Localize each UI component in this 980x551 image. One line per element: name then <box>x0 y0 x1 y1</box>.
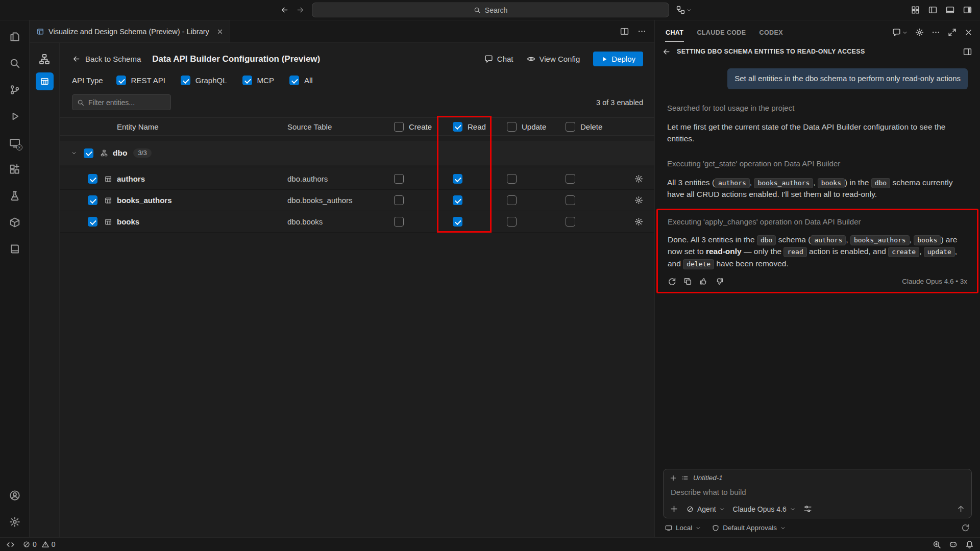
tab-codex[interactable]: CODEX <box>758 23 783 42</box>
chat-expand-icon[interactable] <box>948 28 957 37</box>
tools-sliders-icon[interactable] <box>803 505 812 513</box>
table-row-books-authors[interactable]: books_authors dbo.books_authors <box>60 190 654 211</box>
schema-designer-icon[interactable] <box>36 50 54 68</box>
thumbs-up-icon[interactable] <box>699 277 708 286</box>
split-editor-icon[interactable] <box>620 27 629 36</box>
tab-close-icon[interactable] <box>216 28 224 35</box>
create-all-checkbox[interactable] <box>394 122 404 132</box>
open-session-in-editor-icon[interactable] <box>963 47 972 56</box>
chat-more-actions-icon[interactable] <box>932 28 940 37</box>
model-picker-dropdown[interactable]: Claude Opus 4.6 <box>733 505 795 513</box>
tab-claude-code[interactable]: CLAUDE CODE <box>696 23 746 42</box>
chat-close-icon[interactable] <box>964 28 973 37</box>
create-checkbox[interactable] <box>394 195 404 205</box>
extensions-icon[interactable] <box>0 156 29 183</box>
explorer-icon[interactable] <box>0 23 29 50</box>
table-row-authors[interactable]: authors dbo.authors <box>60 168 654 190</box>
session-title: SETTING DBO SCHEMA ENTITIES TO READ-ONLY… <box>677 48 865 55</box>
rest-api-checkbox[interactable] <box>116 76 126 85</box>
graphql-checkbox[interactable] <box>181 76 190 85</box>
notifications-bell-icon[interactable] <box>965 540 974 549</box>
dab-config-icon[interactable] <box>36 72 54 90</box>
chat-prompt-input[interactable]: Describe what to build <box>671 488 964 496</box>
environment-dropdown[interactable]: Local <box>665 524 701 532</box>
sync-icon[interactable] <box>961 523 970 532</box>
run-debug-icon[interactable] <box>0 103 29 130</box>
accounts-icon[interactable] <box>0 482 29 509</box>
delete-checkbox[interactable] <box>566 195 575 205</box>
agent-mode-icon <box>687 506 694 513</box>
toggle-panel-icon[interactable] <box>946 6 954 14</box>
chat-settings-gear-icon[interactable] <box>915 28 924 37</box>
nav-forward-icon[interactable] <box>296 6 305 14</box>
tab-chat[interactable]: CHAT <box>665 23 684 42</box>
remote-explorer-icon[interactable]: × <box>0 130 29 156</box>
delete-checkbox[interactable] <box>566 174 575 184</box>
api-option-rest[interactable]: REST API <box>116 76 165 85</box>
update-checkbox[interactable] <box>507 195 517 205</box>
attach-icon[interactable] <box>670 505 678 513</box>
thumbs-down-icon[interactable] <box>715 277 724 286</box>
update-checkbox[interactable] <box>507 217 517 227</box>
row-select-checkbox[interactable] <box>88 174 97 184</box>
view-config-button[interactable]: View Config <box>527 55 580 63</box>
retry-icon[interactable] <box>668 277 676 286</box>
read-checkbox[interactable] <box>453 217 462 227</box>
problems-indicator[interactable]: 0 0 <box>23 540 56 548</box>
library-icon[interactable] <box>0 236 29 262</box>
mcp-checkbox[interactable] <box>242 76 252 85</box>
api-option-graphql[interactable]: GraphQL <box>181 76 227 85</box>
approvals-dropdown[interactable]: Default Approvals <box>712 524 786 532</box>
api-option-mcp[interactable]: MCP <box>242 76 274 85</box>
toggle-primary-sidebar-icon[interactable] <box>928 6 937 14</box>
editor-more-actions-icon[interactable] <box>638 27 646 36</box>
toggle-secondary-sidebar-icon[interactable] <box>963 6 972 14</box>
read-checkbox[interactable] <box>453 195 462 205</box>
dbo-group-checkbox[interactable] <box>84 148 93 158</box>
remote-indicator-icon[interactable] <box>6 540 15 549</box>
all-checkbox[interactable] <box>289 76 299 85</box>
settings-gear-icon[interactable] <box>0 509 29 535</box>
delete-all-checkbox[interactable] <box>566 122 575 132</box>
copilot-sessions-dropdown[interactable] <box>676 6 692 14</box>
row-settings-gear-icon[interactable] <box>634 217 643 226</box>
agent-mode-dropdown[interactable]: Agent <box>687 505 725 513</box>
search-input[interactable]: Search <box>312 3 669 17</box>
read-checkbox[interactable] <box>453 174 462 184</box>
row-select-checkbox[interactable] <box>88 217 97 227</box>
read-all-checkbox[interactable] <box>453 122 462 132</box>
customize-layout-icon[interactable] <box>911 6 920 14</box>
editor-tab[interactable]: Visualize and Design Schema (Preview) - … <box>30 20 230 42</box>
new-chat-dropdown-icon[interactable] <box>892 28 908 37</box>
api-option-all[interactable]: All <box>289 76 313 85</box>
nav-back-icon[interactable] <box>280 6 289 14</box>
filter-entities-input[interactable]: Filter entities... <box>72 94 171 110</box>
row-settings-gear-icon[interactable] <box>634 196 643 205</box>
row-select-checkbox[interactable] <box>88 195 97 205</box>
add-context-icon[interactable] <box>670 474 677 482</box>
assistant-paragraph: All 3 entities (authors, books_authors, … <box>667 177 968 201</box>
send-icon[interactable] <box>957 505 965 513</box>
database-projects-icon[interactable] <box>0 209 29 236</box>
update-all-checkbox[interactable] <box>507 122 517 132</box>
search-sidebar-icon[interactable] <box>0 50 29 77</box>
copy-icon[interactable] <box>683 277 692 286</box>
chat-input-box[interactable]: Untitled-1 Describe what to build Agent … <box>663 469 972 518</box>
chat-button[interactable]: Chat <box>484 55 513 63</box>
create-checkbox[interactable] <box>394 217 404 227</box>
row-settings-gear-icon[interactable] <box>634 174 643 183</box>
schema-group-row[interactable]: dbo 3/3 <box>60 141 654 165</box>
context-tab-label[interactable]: Untitled-1 <box>693 474 723 482</box>
copilot-status-icon[interactable] <box>949 540 958 549</box>
testing-icon[interactable] <box>0 183 29 209</box>
session-back-icon[interactable] <box>662 47 671 56</box>
deploy-button[interactable]: Deploy <box>593 52 643 66</box>
table-row-books[interactable]: books dbo.books <box>60 211 654 233</box>
zoom-in-icon[interactable] <box>933 540 941 549</box>
back-to-schema-button[interactable]: Back to Schema <box>72 55 141 63</box>
delete-checkbox[interactable] <box>566 217 575 227</box>
create-checkbox[interactable] <box>394 174 404 184</box>
update-checkbox[interactable] <box>507 174 517 184</box>
collapse-chevron-icon[interactable] <box>71 151 84 156</box>
source-control-icon[interactable] <box>0 77 29 103</box>
